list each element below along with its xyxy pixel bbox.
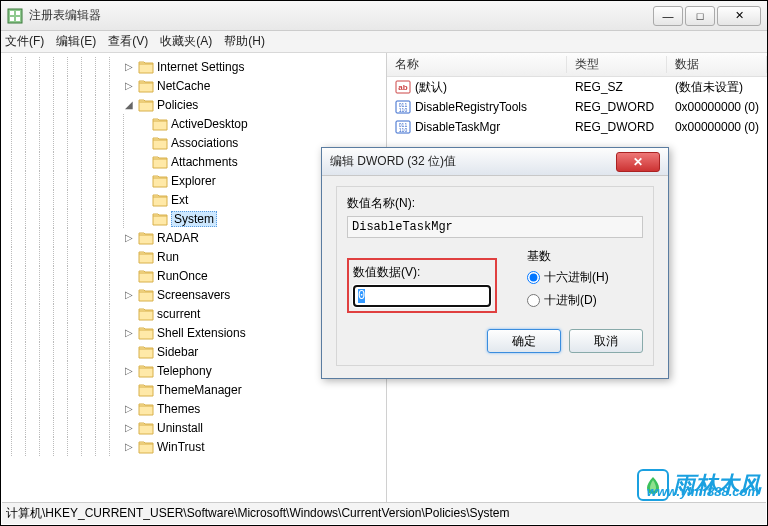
tree-item-label: System — [171, 211, 217, 227]
tree-item[interactable]: ▷Internet Settings — [11, 57, 386, 76]
cell-name: ab(默认) — [387, 79, 567, 96]
radio-hex[interactable]: 十六进制(H) — [527, 269, 609, 286]
folder-icon — [138, 231, 154, 245]
folder-icon — [152, 155, 168, 169]
tree-item-label: Sidebar — [157, 345, 198, 359]
tree-toggle-icon[interactable]: ◢ — [123, 99, 135, 110]
svg-rect-3 — [10, 17, 14, 21]
folder-icon — [138, 98, 154, 112]
dialog-fieldset: 数值名称(N): DisableTaskMgr 数值数据(V): 基数 十六进制… — [336, 186, 654, 366]
dialog-close-button[interactable]: ✕ — [616, 152, 660, 172]
list-row[interactable]: 011110DisableRegistryToolsREG_DWORD0x000… — [387, 97, 767, 117]
tree-item-label: Uninstall — [157, 421, 203, 435]
radio-dec[interactable]: 十进制(D) — [527, 292, 609, 309]
cell-data: 0x00000000 (0) — [667, 100, 767, 114]
tree-toggle-icon[interactable]: ▷ — [123, 289, 135, 300]
tree-item-label: Telephony — [157, 364, 212, 378]
tree-item-label: Internet Settings — [157, 60, 244, 74]
svg-text:110: 110 — [399, 127, 408, 133]
svg-rect-2 — [16, 11, 20, 15]
folder-icon — [138, 79, 154, 93]
svg-text:ab: ab — [398, 83, 407, 92]
tree-item[interactable]: ActiveDesktop — [11, 114, 386, 133]
col-data[interactable]: 数据 — [667, 56, 767, 73]
tree-toggle-icon[interactable]: ▷ — [123, 422, 135, 433]
folder-icon — [138, 288, 154, 302]
tree-toggle-icon[interactable]: ▷ — [123, 327, 135, 338]
list-row[interactable]: 011110DisableTaskMgrREG_DWORD0x00000000 … — [387, 117, 767, 137]
dialog-title-text: 编辑 DWORD (32 位)值 — [330, 153, 616, 170]
maximize-button[interactable]: □ — [685, 6, 715, 26]
folder-icon — [138, 269, 154, 283]
cell-data: 0x00000000 (0) — [667, 120, 767, 134]
tree-item-label: Run — [157, 250, 179, 264]
radio-dec-input[interactable] — [527, 294, 540, 307]
menu-file[interactable]: 文件(F) — [5, 33, 44, 50]
tree-item[interactable]: ▷Themes — [11, 399, 386, 418]
window-title: 注册表编辑器 — [29, 7, 653, 24]
col-type[interactable]: 类型 — [567, 56, 667, 73]
tree-item-label: Themes — [157, 402, 200, 416]
folder-icon — [152, 193, 168, 207]
tree-item[interactable]: ▷WinTrust — [11, 437, 386, 456]
close-button[interactable]: ✕ — [717, 6, 761, 26]
list-header: 名称 类型 数据 — [387, 53, 767, 77]
cell-type: REG_SZ — [567, 80, 667, 94]
cell-name: 011110DisableRegistryTools — [387, 99, 567, 115]
menu-edit[interactable]: 编辑(E) — [56, 33, 96, 50]
tree-item-label: scurrent — [157, 307, 200, 321]
col-name[interactable]: 名称 — [387, 56, 567, 73]
folder-icon — [138, 383, 154, 397]
menu-favorites[interactable]: 收藏夹(A) — [160, 33, 212, 50]
folder-icon — [138, 402, 154, 416]
tree-item-label: RADAR — [157, 231, 199, 245]
tree-toggle-icon[interactable]: ▷ — [123, 403, 135, 414]
cancel-button[interactable]: 取消 — [569, 329, 643, 353]
folder-icon — [138, 364, 154, 378]
tree-toggle-icon[interactable]: ▷ — [123, 80, 135, 91]
menu-view[interactable]: 查看(V) — [108, 33, 148, 50]
tree-toggle-icon[interactable]: ▷ — [123, 441, 135, 452]
value-name-label: 数值名称(N): — [347, 195, 643, 212]
tree-toggle-icon[interactable]: ▷ — [123, 365, 135, 376]
ok-button[interactable]: 确定 — [487, 329, 561, 353]
base-label: 基数 — [527, 248, 609, 265]
folder-icon — [138, 421, 154, 435]
window-buttons: — □ ✕ — [653, 6, 761, 26]
regedit-icon — [7, 8, 23, 24]
tree-item-label: Ext — [171, 193, 188, 207]
tree-item-label: ActiveDesktop — [171, 117, 248, 131]
dialog-body: 数值名称(N): DisableTaskMgr 数值数据(V): 基数 十六进制… — [322, 176, 668, 378]
radio-hex-input[interactable] — [527, 271, 540, 284]
tree-item-label: Policies — [157, 98, 198, 112]
statusbar: 计算机\HKEY_CURRENT_USER\Software\Microsoft… — [2, 502, 766, 524]
menu-help[interactable]: 帮助(H) — [224, 33, 265, 50]
tree-item[interactable]: ThemeManager — [11, 380, 386, 399]
tree-item-label: RunOnce — [157, 269, 208, 283]
folder-icon — [138, 345, 154, 359]
tree-item-label: Associations — [171, 136, 238, 150]
folder-icon — [138, 326, 154, 340]
tree-item[interactable]: ▷NetCache — [11, 76, 386, 95]
tree-toggle-icon[interactable]: ▷ — [123, 61, 135, 72]
folder-icon — [138, 307, 154, 321]
list-body: ab(默认)REG_SZ(数值未设置)011110DisableRegistry… — [387, 77, 767, 137]
tree-toggle-icon[interactable]: ▷ — [123, 232, 135, 243]
folder-icon — [138, 60, 154, 74]
folder-icon — [152, 136, 168, 150]
dialog-titlebar[interactable]: 编辑 DWORD (32 位)值 ✕ — [322, 148, 668, 176]
tree-item[interactable]: ◢Policies — [11, 95, 386, 114]
tree-item-label: Screensavers — [157, 288, 230, 302]
radio-hex-label: 十六进制(H) — [544, 269, 609, 286]
highlight-box: 数值数据(V): — [347, 258, 497, 313]
value-data-input[interactable] — [353, 285, 491, 307]
dialog-buttons: 确定 取消 — [347, 329, 643, 353]
minimize-button[interactable]: — — [653, 6, 683, 26]
list-row[interactable]: ab(默认)REG_SZ(数值未设置) — [387, 77, 767, 97]
cell-type: REG_DWORD — [567, 120, 667, 134]
tree-item-label: WinTrust — [157, 440, 205, 454]
cell-name: 011110DisableTaskMgr — [387, 119, 567, 135]
svg-rect-1 — [10, 11, 14, 15]
tree-item[interactable]: ▷Uninstall — [11, 418, 386, 437]
folder-icon — [152, 117, 168, 131]
